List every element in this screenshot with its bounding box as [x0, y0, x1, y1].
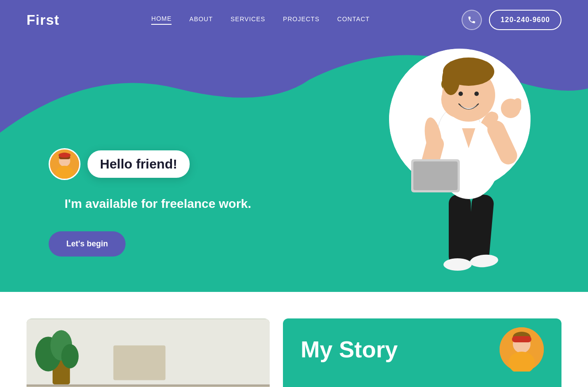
svg-rect-30: [514, 98, 521, 111]
tagline-bubble: I'm available for freelance work.: [49, 189, 267, 219]
interior-illustration: [27, 318, 270, 387]
interior-image: [27, 318, 270, 387]
svg-point-36: [442, 64, 460, 95]
svg-rect-46: [113, 345, 165, 380]
phone-icon-button[interactable]: [462, 10, 482, 30]
phone-number-button[interactable]: 120-240-9600: [489, 10, 561, 30]
my-story-card: My Story: [283, 318, 561, 387]
avatar: [49, 148, 80, 180]
nav: HOME ABOUT SERVICES PROJECTS CONTACT: [151, 15, 370, 25]
avatar-image: [50, 148, 79, 180]
nav-projects[interactable]: PROJECTS: [283, 15, 320, 24]
nav-about[interactable]: ABOUT: [189, 15, 213, 24]
chat-bubble-row: Hello friend!: [49, 148, 267, 180]
svg-point-5: [56, 166, 73, 180]
story-avatar: [500, 327, 544, 372]
nav-services[interactable]: SERVICES: [231, 15, 266, 24]
story-avatar-image: [500, 327, 544, 372]
phone-icon: [467, 15, 476, 24]
header: First HOME ABOUT SERVICES PROJECTS CONTA…: [0, 0, 588, 40]
svg-point-23: [443, 258, 472, 271]
nav-home[interactable]: HOME: [151, 15, 172, 25]
hello-bubble: Hello friend!: [88, 150, 190, 178]
svg-rect-51: [512, 336, 531, 342]
svg-rect-47: [27, 384, 270, 387]
hero-person-standing: [393, 35, 544, 292]
below-section: My Story: [0, 292, 588, 387]
my-story-content: My Story: [301, 336, 398, 363]
svg-point-4: [58, 153, 71, 157]
standing-person-illustration: [393, 35, 544, 292]
svg-point-37: [458, 92, 463, 96]
logo: First: [27, 12, 59, 28]
hero-content: Hello friend! I'm available for freelanc…: [49, 148, 267, 257]
svg-rect-33: [413, 161, 458, 190]
hero-section: Hello friend! I'm available for freelanc…: [0, 0, 588, 292]
header-right: 120-240-9600: [462, 10, 561, 30]
my-story-title: My Story: [301, 336, 398, 363]
nav-contact[interactable]: CONTACT: [337, 15, 370, 24]
svg-point-45: [61, 344, 79, 368]
cta-button[interactable]: Let's begin: [49, 231, 126, 257]
svg-point-38: [474, 92, 479, 96]
